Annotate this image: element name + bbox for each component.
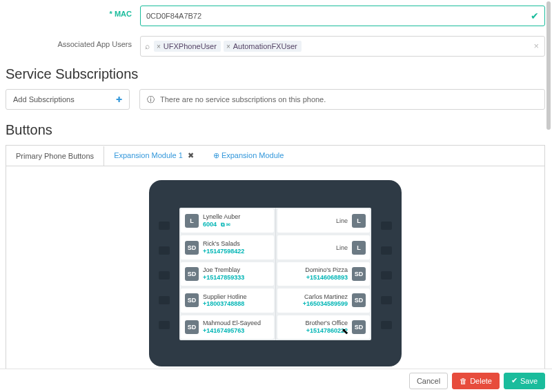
tab-add-expansion-module[interactable]: ⊕Expansion Module [204, 146, 294, 166]
line-type-badge: L [352, 214, 366, 228]
delete-button[interactable]: 🗑Delete [452, 373, 500, 389]
check-icon: ✔ [531, 10, 539, 21]
tab-expansion-module-1[interactable]: Expansion Module 1 ✖ [104, 146, 204, 166]
remove-chip-icon[interactable]: × [226, 43, 230, 50]
phone-button-slot[interactable]: Brother's Office+15147860222SD [277, 315, 371, 339]
phone-button-slot[interactable]: SDJoe Tremblay+15147859333 [181, 262, 274, 286]
close-icon[interactable]: ✖ [186, 151, 194, 159]
trash-icon: 🗑 [460, 377, 467, 385]
buttons-heading: Buttons [6, 122, 545, 138]
tab-primary-buttons[interactable]: Primary Phone Buttons [6, 146, 104, 166]
subscriptions-empty-msg: ⓘ There are no service subscriptions on … [139, 89, 545, 110]
phone-hw-button [381, 321, 392, 329]
check-icon: ✔ [511, 376, 518, 385]
line-type-badge: SD [185, 241, 199, 255]
phone-hw-button [381, 296, 392, 304]
user-chip[interactable]: ×UFXPhoneUser [154, 41, 221, 52]
line-type-badge: L [185, 214, 199, 228]
line-type-badge: SD [352, 267, 366, 281]
mac-input[interactable] [146, 12, 524, 20]
assoc-users-label: Associated App Users [6, 36, 140, 48]
add-subscriptions-button[interactable]: Add Subscriptions ✚ [6, 89, 130, 110]
phone-button-slot[interactable]: SDRick's Salads+15147598422 [181, 235, 274, 259]
plus-icon: ✚ [116, 95, 122, 104]
phone-hw-button [159, 271, 170, 280]
phone-button-slot[interactable]: LineL [277, 209, 371, 233]
phone-button-slot[interactable]: Carlos Martinez+165034589599SD [277, 288, 371, 312]
phone-hw-button [159, 321, 170, 329]
phone-hw-button [381, 246, 392, 255]
plus-circle-icon: ⊕ [213, 151, 219, 159]
save-button[interactable]: ✔Save [504, 373, 545, 389]
phone-button-slot[interactable]: SDSupplier Hotline+18003748888 [181, 288, 274, 312]
phone-button-slot[interactable]: LineL [277, 235, 371, 259]
phone-button-slot[interactable]: Domino's Pizza+15146068893SD [277, 262, 371, 286]
mac-input-wrap[interactable]: ✔ [140, 6, 545, 26]
line-type-badge: SD [185, 293, 199, 307]
search-icon: ⌕ [145, 41, 150, 51]
service-subscriptions-heading: Service Subscriptions [6, 66, 545, 82]
info-icon: ⓘ [147, 95, 155, 105]
assoc-users-field[interactable]: ⌕ ×UFXPhoneUser ×AutomationFXUser × [140, 36, 545, 57]
phone-hw-button [381, 222, 392, 230]
line-type-badge: SD [185, 267, 199, 281]
line-type-badge: SD [352, 320, 366, 334]
buttons-tabs: Primary Phone Buttons Expansion Module 1… [6, 145, 545, 166]
phone-hw-button [159, 222, 170, 230]
phone-button-slot[interactable]: SDMahmoud El-Sayeed+14167495763 [181, 315, 274, 339]
line-type-badge: L [352, 241, 366, 255]
cancel-button[interactable]: Cancel [409, 373, 448, 389]
phone-button-slot[interactable]: LLynelle Auber6004 ⧉ ✉ [181, 209, 274, 233]
line-type-badge: SD [185, 320, 199, 334]
remove-chip-icon[interactable]: × [157, 43, 161, 50]
line-type-badge: SD [352, 293, 366, 307]
phone-hw-button [159, 296, 170, 304]
phone-preview: LLynelle Auber6004 ⧉ ✉SDRick's Salads+15… [149, 180, 402, 366]
phone-hw-button [381, 271, 392, 280]
clear-all-icon[interactable]: × [533, 41, 539, 51]
user-chip[interactable]: ×AutomationFXUser [224, 41, 302, 52]
mac-label: MAC [115, 10, 132, 18]
scrollbar[interactable] [546, 1, 551, 130]
phone-hw-button [159, 246, 170, 255]
footer-bar: Cancel 🗑Delete ✔Save [0, 369, 552, 392]
